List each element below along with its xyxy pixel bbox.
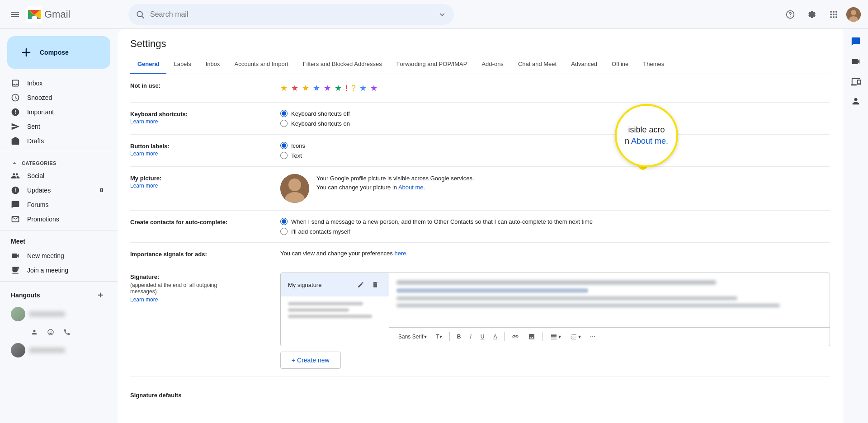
sig-bold-button[interactable]: B bbox=[453, 332, 465, 342]
sidebar-item-inbox[interactable]: Inbox bbox=[0, 76, 110, 90]
sig-size-button[interactable]: T▾ bbox=[432, 332, 445, 342]
sidebar-item-social[interactable]: Social bbox=[0, 169, 110, 183]
create-new-signature-button[interactable]: + Create new bbox=[280, 352, 341, 369]
stars-content: ★ ★ ★ ★ ★ ★ ! ? ★ ★ bbox=[280, 81, 830, 95]
help-button[interactable] bbox=[781, 5, 799, 24]
signature-list-blurred bbox=[281, 296, 389, 324]
autocomplete-manual-option[interactable]: I'll add contacts myself bbox=[280, 228, 830, 235]
search-input[interactable] bbox=[150, 10, 432, 19]
right-panel-spaces-icon[interactable] bbox=[847, 72, 865, 90]
search-chevron-icon[interactable] bbox=[438, 10, 447, 19]
autocomplete-content: When I send a message to a new person, a… bbox=[280, 218, 830, 235]
updates-icon bbox=[11, 186, 20, 195]
picture-learn-more-link[interactable]: Learn more bbox=[130, 183, 158, 189]
signature-delete-button[interactable] bbox=[369, 278, 382, 291]
keyboard-learn-more-link[interactable]: Learn more bbox=[130, 118, 158, 125]
button-labels-text-radio[interactable] bbox=[280, 152, 288, 159]
settings-button[interactable] bbox=[803, 5, 821, 24]
sidebar-item-new-meeting[interactable]: New meeting bbox=[0, 249, 110, 263]
autocomplete-auto-option[interactable]: When I send a message to a new person, a… bbox=[280, 218, 830, 225]
setting-row-signature-defaults: Signature defaults bbox=[130, 376, 830, 406]
star-purple2: ★ bbox=[370, 83, 377, 93]
sig-list-button[interactable]: ▾ bbox=[566, 331, 585, 342]
signature-learn-more-link[interactable]: Learn more bbox=[130, 296, 158, 303]
tab-inbox[interactable]: Inbox bbox=[198, 55, 227, 74]
sig-align-button[interactable]: ▾ bbox=[547, 331, 565, 342]
sent-label: Sent bbox=[27, 123, 40, 130]
setting-row-keyboard: Keyboard shortcuts: Learn more Keyboard … bbox=[130, 103, 830, 135]
stars-row: ★ ★ ★ ★ ★ ★ ! ? ★ ★ bbox=[280, 81, 830, 95]
search-bar[interactable] bbox=[128, 4, 454, 25]
button-labels-icons-radio[interactable] bbox=[280, 142, 288, 149]
picture-label: My picture: Learn more bbox=[130, 174, 266, 189]
button-labels-text-option[interactable]: Text bbox=[280, 152, 830, 159]
sig-link-button[interactable] bbox=[508, 331, 523, 342]
tab-themes[interactable]: Themes bbox=[636, 55, 671, 74]
keyboard-on-radio[interactable] bbox=[280, 120, 288, 127]
sidebar-item-forums[interactable]: Forums bbox=[0, 197, 110, 212]
sig-font-selector[interactable]: Sans Serif ▾ bbox=[395, 332, 430, 342]
signature-edit-button[interactable] bbox=[354, 278, 367, 291]
sidebar: Compose Inbox Snoozed Important Sent Dra… bbox=[0, 29, 118, 423]
signature-name: My signature bbox=[288, 282, 321, 288]
sig-image-button[interactable] bbox=[524, 331, 539, 342]
tab-filters[interactable]: Filters and Blocked Addresses bbox=[296, 55, 389, 74]
hangout-emoji-icon[interactable] bbox=[43, 325, 58, 339]
profile-picture[interactable] bbox=[280, 174, 309, 203]
tab-general[interactable]: General bbox=[130, 55, 166, 74]
keyboard-off-radio[interactable] bbox=[280, 110, 288, 117]
sidebar-item-snoozed[interactable]: Snoozed bbox=[0, 90, 110, 105]
sig-more-button[interactable]: ⋯ bbox=[586, 332, 599, 342]
sidebar-item-important[interactable]: Important bbox=[0, 105, 110, 119]
hangout-item-2[interactable] bbox=[0, 341, 118, 359]
right-panel-directory-icon[interactable] bbox=[847, 92, 865, 110]
button-labels-icons-option[interactable]: Icons bbox=[280, 142, 830, 149]
tab-advanced[interactable]: Advanced bbox=[564, 55, 604, 74]
svg-rect-10 bbox=[835, 11, 837, 12]
tab-addons[interactable]: Add-ons bbox=[474, 55, 510, 74]
sidebar-item-join-meeting[interactable]: Join a meeting bbox=[0, 263, 110, 277]
star-yellow: ★ bbox=[302, 83, 309, 93]
apps-button[interactable] bbox=[825, 5, 843, 24]
tab-chat[interactable]: Chat and Meet bbox=[511, 55, 564, 74]
hangouts-add-button[interactable]: + bbox=[94, 289, 107, 301]
sig-underline-button[interactable]: U bbox=[477, 332, 488, 342]
hamburger-menu-button[interactable] bbox=[7, 7, 23, 22]
sig-text-color-button[interactable]: A bbox=[490, 332, 500, 342]
about-me-link[interactable]: About me bbox=[398, 184, 424, 191]
gmail-m-icon bbox=[26, 6, 42, 23]
keyboard-on-option[interactable]: Keyboard shortcuts on bbox=[280, 120, 830, 127]
setting-row-button-labels: Button labels: Learn more Icons Text bbox=[130, 135, 830, 167]
importance-here-link[interactable]: here bbox=[394, 250, 406, 257]
sidebar-item-promotions[interactable]: Promotions bbox=[0, 212, 110, 226]
hangout-person-icon[interactable] bbox=[27, 325, 42, 339]
signature-editor-content[interactable] bbox=[389, 273, 830, 327]
tab-forwarding[interactable]: Forwarding and POP/IMAP bbox=[389, 55, 475, 74]
sidebar-item-updates[interactable]: Updates 8 bbox=[0, 183, 110, 197]
signature-label: Signature: (appended at the end of all o… bbox=[130, 273, 266, 303]
compose-button[interactable]: Compose bbox=[7, 36, 110, 69]
categories-section-header[interactable]: Categories bbox=[0, 156, 118, 169]
avatar[interactable] bbox=[846, 7, 861, 22]
autocomplete-manual-radio[interactable] bbox=[280, 228, 288, 235]
right-panel-chat-icon[interactable] bbox=[847, 33, 865, 51]
promotions-icon bbox=[11, 215, 20, 224]
gmail-text-logo: Gmail bbox=[44, 9, 70, 20]
sig-italic-button[interactable]: I bbox=[466, 332, 475, 342]
button-labels-learn-more-link[interactable]: Learn more bbox=[130, 150, 158, 157]
tab-labels[interactable]: Labels bbox=[166, 55, 198, 74]
topbar-right bbox=[781, 5, 861, 24]
svg-rect-0 bbox=[11, 12, 19, 13]
keyboard-label: Keyboard shortcuts: Learn more bbox=[130, 110, 266, 125]
tab-offline[interactable]: Offline bbox=[604, 55, 636, 74]
sidebar-item-drafts[interactable]: Drafts bbox=[0, 134, 110, 148]
hangout-item-1[interactable] bbox=[0, 305, 118, 323]
right-panel-meet-icon[interactable] bbox=[847, 52, 865, 70]
tab-accounts[interactable]: Accounts and Import bbox=[227, 55, 296, 74]
signature-list-item[interactable]: My signature bbox=[281, 273, 389, 296]
hangout-phone-icon[interactable] bbox=[60, 325, 74, 339]
autocomplete-auto-radio[interactable] bbox=[280, 218, 288, 225]
sidebar-item-sent[interactable]: Sent bbox=[0, 119, 110, 134]
right-panel bbox=[843, 29, 868, 423]
keyboard-off-option[interactable]: Keyboard shortcuts off bbox=[280, 110, 830, 117]
